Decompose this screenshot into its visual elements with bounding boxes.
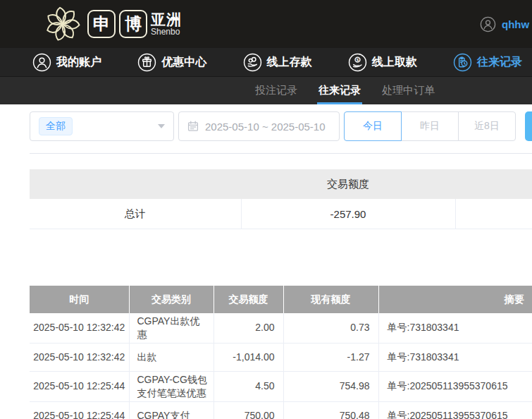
nav-item-my-account[interactable]: 我的账户: [32, 53, 101, 72]
summary-header-row: 交易额度: [30, 169, 532, 199]
summary-total-value: -257.90: [241, 199, 455, 229]
records-icon: [453, 53, 472, 72]
brand-header: 申 博 亚洲 Shenbo qhhw: [0, 0, 532, 48]
nav-item-transaction-records[interactable]: 往来记录: [453, 53, 522, 72]
summary-empty-cell: [455, 199, 532, 229]
date-range-input[interactable]: 2025-05-10 ~ 2025-05-10: [178, 111, 340, 141]
tab-label: 往来记录: [318, 84, 361, 97]
table-cell: 2025-05-10 12:25:44: [30, 371, 129, 401]
table-row: 2025-05-10 12:25:44CGPAY-CG钱包支付笔笔送优惠4.50…: [30, 371, 532, 401]
calendar-icon: [187, 121, 199, 132]
summary-total-row: 总计 -257.90: [30, 199, 532, 229]
nav-item-withdraw[interactable]: $ 线上取款: [348, 53, 417, 72]
logo-region-text: 亚洲: [151, 12, 182, 28]
filter-bar: 全部 2025-05-10 ~ 2025-05-10 今日 昨日 近8日: [30, 111, 532, 141]
type-select[interactable]: 全部: [30, 111, 174, 141]
summary-total-label: 总计: [30, 199, 241, 229]
nav-item-label: 往来记录: [477, 55, 522, 70]
transactions-body: 2025-05-10 12:32:42CGPAY出款优惠2.000.73单号:7…: [30, 313, 532, 419]
type-selected-tag[interactable]: 全部: [39, 117, 73, 135]
table-cell: -1.27: [283, 343, 378, 371]
table-cell: 2025-05-10 12:25:44: [30, 401, 129, 419]
summary-header-amount: 交易额度: [241, 169, 455, 199]
tab-label: 处理中订单: [382, 84, 435, 97]
date-range-value: 2025-05-10 ~ 2025-05-10: [205, 121, 326, 133]
transactions-table: 时间 交易类别 交易额度 现有额度 摘要 2025-05-10 12:32:42…: [30, 286, 532, 419]
nav-item-deposit[interactable]: 线上存款: [243, 53, 312, 72]
table-cell: 出款: [129, 343, 214, 371]
summary-header-empty: [30, 169, 241, 199]
nav-item-promotions[interactable]: 优惠中心: [137, 53, 206, 72]
col-time: 时间: [30, 286, 129, 313]
table-cell: -1,014.00: [214, 343, 283, 371]
tab-transaction-records[interactable]: 往来记录: [318, 77, 361, 104]
logo-subtitle-text: Shenbo: [151, 28, 182, 37]
logo[interactable]: 申 博 亚洲 Shenbo: [42, 4, 182, 44]
table-cell: 单号:202505113955370615: [378, 401, 532, 419]
nav-item-label: 线上取款: [372, 55, 417, 70]
tab-label: 投注记录: [255, 84, 297, 97]
table-row: 2025-05-10 12:32:42出款-1,014.00-1.27单号:73…: [30, 343, 532, 371]
today-button[interactable]: 今日: [344, 111, 402, 141]
withdraw-icon: $: [348, 53, 367, 72]
table-cell: 2025-05-10 12:32:42: [30, 313, 129, 343]
table-cell: 750.48: [283, 401, 378, 419]
last-8-days-button[interactable]: 近8日: [458, 111, 516, 141]
table-cell: 754.98: [283, 371, 378, 401]
user-icon: [32, 53, 51, 72]
table-cell: 单号:731803341: [378, 313, 532, 343]
table-cell: 单号:202505113955370615: [378, 371, 532, 401]
chevron-down-icon: [158, 124, 165, 128]
user-area[interactable]: qhhw: [480, 0, 529, 48]
nav-item-label: 优惠中心: [161, 55, 206, 70]
nav-item-label: 线上存款: [267, 55, 312, 70]
summary-table: 交易额度 总计 -257.90: [30, 169, 532, 229]
col-balance: 现有额度: [283, 286, 378, 313]
table-cell: CGPAY出款优惠: [129, 313, 214, 343]
col-category: 交易类别: [129, 286, 214, 313]
yesterday-button[interactable]: 昨日: [401, 111, 459, 141]
search-button[interactable]: [525, 111, 532, 141]
quick-range-group: 今日 昨日 近8日: [344, 111, 516, 141]
table-cell: 4.50: [214, 371, 283, 401]
user-avatar-icon: [480, 16, 496, 32]
section-divider: [30, 153, 532, 154]
col-summary: 摘要: [378, 286, 532, 313]
table-cell: 0.73: [283, 313, 378, 343]
table-cell: 750.00: [214, 401, 283, 419]
gift-icon: [137, 53, 156, 72]
svg-text:$: $: [357, 56, 359, 61]
table-cell: CGPAY-CG钱包支付笔笔送优惠: [129, 371, 214, 401]
deposit-icon: [243, 53, 262, 72]
logo-char-shen: 申: [87, 10, 116, 38]
table-row: 2025-05-10 12:32:42CGPAY出款优惠2.000.73单号:7…: [30, 313, 532, 343]
table-cell: CGPAY支付: [129, 401, 214, 419]
tab-pending-orders[interactable]: 处理中订单: [382, 77, 435, 104]
table-cell: 2025-05-10 12:32:42: [30, 343, 129, 371]
table-cell: 2.00: [214, 313, 283, 343]
nav-item-label: 我的账户: [56, 55, 101, 70]
col-amount: 交易额度: [214, 286, 283, 313]
transactions-header-row: 时间 交易类别 交易额度 现有额度 摘要: [30, 286, 532, 313]
summary-header-empty: [455, 169, 532, 199]
page: 申 博 亚洲 Shenbo qhhw 我的账户: [0, 0, 532, 419]
sub-nav: 投注记录 往来记录 处理中订单: [0, 77, 532, 104]
main-nav: 我的账户 优惠中心 线上存款: [0, 48, 532, 77]
table-cell: 单号:731803341: [378, 343, 532, 371]
table-row: 2025-05-10 12:25:44CGPAY支付750.00750.48单号…: [30, 401, 532, 419]
tab-betting-records[interactable]: 投注记录: [255, 77, 297, 104]
logo-char-bo: 博: [119, 10, 147, 38]
flower-logo-icon: [42, 4, 83, 44]
username[interactable]: qhhw: [502, 18, 529, 30]
